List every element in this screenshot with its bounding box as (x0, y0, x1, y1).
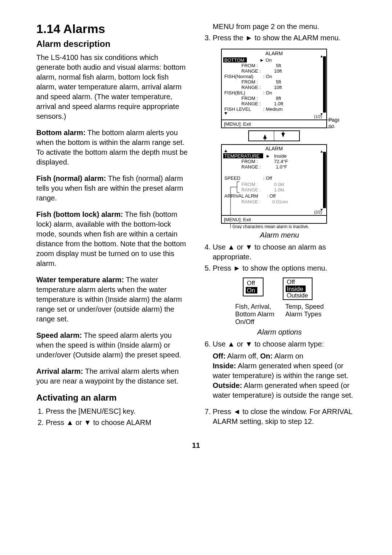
svg-text:FROM :: FROM : (241, 96, 258, 101)
step-3: Press the ► to show the ALARM menu. (213, 33, 356, 43)
svg-text:On: On (247, 287, 255, 294)
fish-normal-label: Fish (normal) alarm: (36, 174, 106, 182)
steps-list-right-2: Use ▲ or ▼ to choose an alarm as appropr… (203, 242, 356, 273)
svg-text:FROM :: FROM : (241, 159, 258, 164)
svg-text:ARRIVAL ALRM: ARRIVAL ALRM (224, 193, 258, 199)
bottom-alarm-label: Bottom alarm: (36, 129, 86, 137)
fish-bl-paragraph: Fish (bottom lock) alarm: The fish (bott… (36, 210, 189, 268)
svg-text:FROM :: FROM : (241, 63, 258, 68)
svg-text:72.4°F: 72.4°F (274, 159, 288, 164)
section-heading: 1.14 Alarms (36, 22, 189, 36)
svg-text:Page: Page (328, 117, 339, 123)
bottom-alarm-paragraph: Bottom alarm: The bottom alarm alerts yo… (36, 128, 189, 167)
svg-text:Inside: Inside (287, 285, 303, 292)
alarm-menu-caption: Alarm menu (203, 231, 356, 239)
subsection-activating-alarm: Activating an alarm (36, 393, 189, 403)
svg-text:1.0ft: 1.0ft (274, 101, 283, 106)
svg-text:10ft: 10ft (274, 68, 282, 74)
arrival-alarm-label: Arrival alarm: (36, 367, 83, 375)
fish-normal-paragraph: Fish (normal) alarm: The fish (normal) a… (36, 174, 189, 203)
svg-text:RANGE :: RANGE : (241, 187, 261, 193)
svg-text:TEMPERATURE: TEMPERATURE (224, 153, 260, 159)
water-temp-label: Water temperature alarm: (36, 276, 124, 284)
arrival-alarm-paragraph: Arrival alarm: The arrival alarm alerts … (36, 366, 189, 386)
svg-text:no.: no. (328, 123, 335, 129)
svg-text:: Off: : Off (267, 193, 276, 199)
left-column: 1.14 Alarms Alarm description The LS-410… (36, 22, 189, 430)
svg-text:►: ► (266, 153, 270, 159)
svg-text:: On: : On (263, 90, 272, 96)
svg-text:RANGE :: RANGE : (241, 164, 261, 170)
svg-text:(2/2): (2/2) (314, 210, 322, 214)
svg-text:RANGE :: RANGE : (241, 199, 261, 204)
step-7: Press ◄ to close the window. For ARRIVAL… (213, 407, 356, 426)
fish-bl-label: Fish (bottom lock) alarm: (36, 210, 123, 218)
step-2: Press ▲ or ▼ to choose ALARM (46, 418, 189, 428)
options-caption-left: Fish, Arrival, Bottom Alarm On/Off (235, 303, 274, 326)
menu1-title: ALARM (265, 50, 283, 56)
svg-text:: Medium: : Medium (263, 106, 282, 112)
svg-text:RANGE :: RANGE : (241, 68, 261, 74)
alarm-menu-figure: ALARM BOTTOM ► On FROM : 5ft RANGE : 10f… (203, 46, 356, 229)
svg-text:1.0°F: 1.0°F (276, 164, 287, 170)
steps-list-left: Press the [MENU/ESC] key. Press ▲ or ▼ t… (36, 406, 189, 428)
svg-text:10ft: 10ft (274, 85, 282, 90)
svg-text:: Off: : Off (263, 175, 272, 181)
menu1-bottom-val: ► On (260, 57, 272, 63)
svg-text:FROM :: FROM : (241, 79, 258, 85)
svg-text:ALARM: ALARM (265, 146, 283, 151)
svg-text:FISH(B/L): FISH(B/L) (224, 90, 245, 96)
svg-text:Off: Off (287, 279, 295, 285)
fish-bl-text: The fish (bottom lock) alarm, available … (36, 210, 186, 267)
svg-text:8ft: 8ft (276, 96, 281, 101)
speed-alarm-paragraph: Speed alarm: The speed alarm alerts you … (36, 331, 189, 360)
svg-text:0.01nm: 0.01nm (272, 199, 288, 204)
options-captions: Fish, Arrival, Bottom Alarm On/Off Temp,… (203, 303, 356, 326)
subsection-alarm-description: Alarm description (36, 39, 189, 49)
speed-alarm-label: Speed alarm: (36, 331, 82, 339)
page-number: 11 (36, 441, 356, 450)
svg-text:FISH LEVEL: FISH LEVEL (224, 106, 251, 112)
intro-paragraph: The LS-4100 has six conditions which gen… (36, 53, 189, 121)
options-caption-right: Temp, Speed Alarm Types (285, 303, 324, 326)
svg-text:Off: Off (247, 280, 255, 287)
svg-text:FISH(Normal): FISH(Normal) (224, 74, 253, 79)
menu1-bottom: BOTTOM (224, 57, 244, 63)
step-2-continuation: MENU from page 2 on the menu. (213, 22, 356, 32)
step-4: Use ▲ or ▼ to choose an alarm as appropr… (213, 242, 356, 262)
alarm-menu-diagram: ALARM BOTTOM ► On FROM : 5ft RANGE : 10f… (220, 47, 339, 229)
svg-text:SPEED: SPEED (224, 175, 240, 181)
svg-text:(1/2): (1/2) (314, 114, 322, 119)
alarm-options-caption: Alarm options (203, 328, 356, 336)
svg-text:Outside: Outside (287, 292, 308, 299)
svg-text:[MENU]: Exit: [MENU]: Exit (224, 217, 251, 222)
svg-text:RANGE :: RANGE : (241, 101, 261, 106)
svg-rect-38 (323, 152, 326, 208)
page-columns: 1.14 Alarms Alarm description The LS-410… (36, 22, 356, 430)
svg-rect-1 (323, 56, 326, 113)
step-6: Use ▲ or ▼ to choose alarm type: Off: Al… (213, 339, 356, 400)
steps-list-right-3: Use ▲ or ▼ to choose alarm type: Off: Al… (203, 339, 356, 426)
steps-list-right-1: Press the ► to show the ALARM menu. (203, 33, 356, 43)
svg-text:: On: : On (263, 74, 272, 79)
svg-text:RANGE :: RANGE : (241, 85, 261, 90)
svg-text:5ft: 5ft (276, 63, 281, 68)
step-1: Press the [MENU/ESC] key. (46, 406, 189, 416)
svg-text:Gray characters mean alarm is : Gray characters mean alarm is inactive. (232, 224, 309, 229)
svg-text:Inside: Inside (274, 153, 287, 159)
svg-text:5ft: 5ft (276, 79, 281, 85)
step-5: Press ► to show the options menu. (213, 263, 356, 273)
svg-text:0.0kt: 0.0kt (274, 182, 285, 187)
water-temp-paragraph: Water temperature alarm: The water tempe… (36, 275, 189, 324)
alarm-options-diagram: Off On Off Inside Outside (232, 276, 327, 301)
right-column: MENU from page 2 on the menu. Press the … (203, 22, 356, 430)
step-6-details: Off: Alarm off, On: Alarm on Inside: Ala… (213, 351, 356, 400)
svg-text:1.0kt: 1.0kt (274, 187, 285, 193)
svg-text:FROM :: FROM : (241, 182, 258, 187)
svg-text:[MENU]: Exit: [MENU]: Exit (224, 121, 251, 127)
